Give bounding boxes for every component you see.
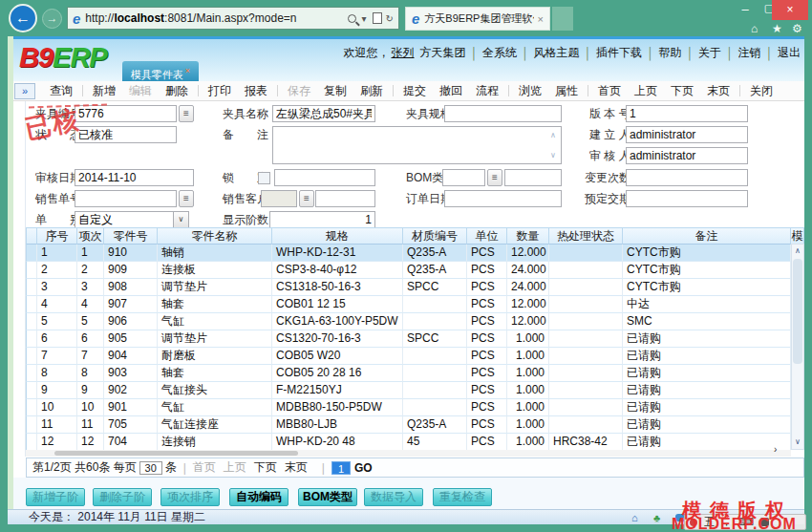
- table-cell[interactable]: PCS: [467, 330, 507, 348]
- table-cell[interactable]: [549, 348, 623, 365]
- table-row[interactable]: 1010901气缸MDBB80-150-P5DWPCS1.000已请购: [26, 399, 804, 416]
- table-cell[interactable]: 907: [104, 296, 158, 313]
- table-cell[interactable]: 已请购: [623, 348, 791, 365]
- row-selector[interactable]: [26, 296, 37, 313]
- row-selector[interactable]: [26, 262, 37, 279]
- menu-item-4[interactable]: 帮助: [659, 45, 682, 61]
- table-cell[interactable]: 调节垫片: [158, 330, 272, 348]
- row-selector[interactable]: [26, 399, 37, 416]
- table-cell[interactable]: CSP3-8-40-φ12: [272, 262, 403, 279]
- table-cell[interactable]: 已请购: [623, 330, 791, 348]
- table-cell[interactable]: 气缸: [158, 313, 272, 330]
- favorites-star-icon[interactable]: ★: [772, 22, 782, 35]
- table-cell[interactable]: 3: [37, 279, 77, 296]
- table-cell[interactable]: 901: [104, 399, 158, 416]
- table-row[interactable]: 1111705气缸连接座MBB80-LJBQ235-APCS1.000已请购: [26, 416, 804, 434]
- doc-type-select[interactable]: 自定义∨: [75, 211, 189, 228]
- footer-button[interactable]: BOM类型: [298, 488, 357, 506]
- table-cell[interactable]: [549, 416, 623, 434]
- table-cell[interactable]: [403, 382, 467, 399]
- toolbar-item[interactable]: 浏览: [512, 83, 548, 99]
- menu-item-5[interactable]: 关于: [698, 45, 721, 61]
- table-cell[interactable]: WHP-KD-12-31: [272, 245, 403, 262]
- table-cell[interactable]: [549, 399, 623, 416]
- page-tab[interactable]: 模具零件表×: [122, 61, 199, 81]
- table-cell[interactable]: 10: [37, 399, 77, 416]
- table-cell[interactable]: 耐磨板: [158, 348, 272, 365]
- row-selector[interactable]: [26, 434, 37, 451]
- table-cell[interactable]: 6: [77, 330, 104, 348]
- table-row[interactable]: 22909连接板CSP3-8-40-φ12Q235-APCS24.000CYTC…: [26, 262, 804, 279]
- table-cell[interactable]: 轴套: [158, 296, 272, 313]
- table-row[interactable]: 11910轴销WHP-KD-12-31Q235-APCS12.000CYTC市购: [26, 245, 804, 262]
- table-row[interactable]: 33908调节垫片CS1318-50-16-3SPCCPCS24.000CYTC…: [26, 279, 804, 296]
- table-cell[interactable]: WHP-KD-20 48: [272, 434, 403, 451]
- menu-item-6[interactable]: 注销: [738, 45, 761, 61]
- input-bom-type-name[interactable]: [504, 169, 562, 186]
- input-level[interactable]: [269, 211, 375, 228]
- h-scrollbar-thumb[interactable]: [54, 451, 298, 456]
- table-cell[interactable]: 24.000: [507, 262, 549, 279]
- table-cell[interactable]: Q235-A: [403, 416, 467, 434]
- table-cell[interactable]: PCS: [467, 296, 507, 313]
- page-tab-close-icon[interactable]: ×: [185, 66, 190, 75]
- table-cell[interactable]: CYTC市购: [623, 279, 791, 296]
- table-cell[interactable]: [549, 313, 623, 330]
- table-cell[interactable]: 1.000: [507, 434, 549, 451]
- table-header-cell[interactable]: 零件号: [104, 227, 158, 245]
- input-version[interactable]: [626, 105, 748, 122]
- table-header-cell[interactable]: 热处理状态: [549, 227, 623, 245]
- input-remark[interactable]: [272, 126, 562, 164]
- table-cell[interactable]: 4: [77, 296, 104, 313]
- table-cell[interactable]: 气缸: [158, 399, 272, 416]
- table-cell[interactable]: [549, 245, 623, 262]
- table-cell[interactable]: 已请购: [623, 399, 791, 416]
- toolbar-item[interactable]: 报表: [238, 83, 274, 99]
- table-cell[interactable]: PCS: [467, 262, 507, 279]
- toolbar-item[interactable]: 末页: [700, 83, 737, 99]
- table-cell[interactable]: SMC: [623, 313, 791, 330]
- table-cell[interactable]: PCS: [467, 416, 507, 434]
- toolbar-item[interactable]: 查询: [43, 83, 79, 99]
- table-header-cell[interactable]: 规格: [272, 227, 403, 245]
- table-cell[interactable]: 连接销: [158, 434, 272, 451]
- row-selector[interactable]: [26, 382, 37, 399]
- scroll-up-icon[interactable]: ∧: [792, 245, 803, 258]
- table-cell[interactable]: 1.000: [507, 330, 549, 348]
- table-cell[interactable]: 906: [104, 313, 158, 330]
- home-icon[interactable]: ⌂: [631, 511, 638, 525]
- table-header-cell[interactable]: 项次: [77, 227, 104, 245]
- table-cell[interactable]: 连接板: [158, 262, 272, 279]
- table-cell[interactable]: [403, 313, 467, 330]
- toolbar-item[interactable]: 下页: [664, 83, 700, 99]
- row-selector[interactable]: [26, 279, 37, 296]
- table-cell[interactable]: [403, 348, 467, 365]
- row-selector[interactable]: [26, 245, 37, 262]
- table-cell[interactable]: [549, 262, 623, 279]
- table-header-cell[interactable]: 备注: [623, 227, 791, 245]
- input-audit-date[interactable]: [75, 169, 194, 186]
- table-cell[interactable]: [403, 296, 467, 313]
- table-cell[interactable]: 中达: [623, 296, 791, 313]
- table-cell[interactable]: 902: [104, 382, 158, 399]
- input-sales-no[interactable]: [75, 190, 177, 207]
- table-header-cell[interactable]: 模: [791, 227, 804, 245]
- table-cell[interactable]: 45: [403, 434, 467, 451]
- table-cell[interactable]: CYTC市购: [623, 245, 791, 262]
- table-header-cell[interactable]: 序号: [37, 227, 77, 245]
- table-cell[interactable]: 12: [77, 434, 104, 451]
- table-header-cell[interactable]: 材质编号: [403, 227, 467, 245]
- table-row[interactable]: 55906气缸CKG1A-63-100Y-P5DWPCS12.000SMC: [26, 313, 804, 330]
- menu-item-7[interactable]: 退出: [778, 45, 801, 61]
- table-cell[interactable]: 已请购: [623, 416, 791, 434]
- pagination-link[interactable]: 下页: [254, 460, 277, 474]
- input-lock[interactable]: [274, 169, 375, 186]
- table-cell[interactable]: 1.000: [507, 399, 549, 416]
- table-cell[interactable]: 903: [104, 365, 158, 382]
- table-header-cell[interactable]: 数量: [507, 227, 549, 245]
- toolbar-item[interactable]: 上页: [628, 83, 664, 99]
- search-icon[interactable]: [348, 14, 356, 23]
- chevron-down-icon[interactable]: ∨: [173, 212, 188, 227]
- table-cell[interactable]: 12: [37, 434, 77, 451]
- table-cell[interactable]: 2: [77, 262, 104, 279]
